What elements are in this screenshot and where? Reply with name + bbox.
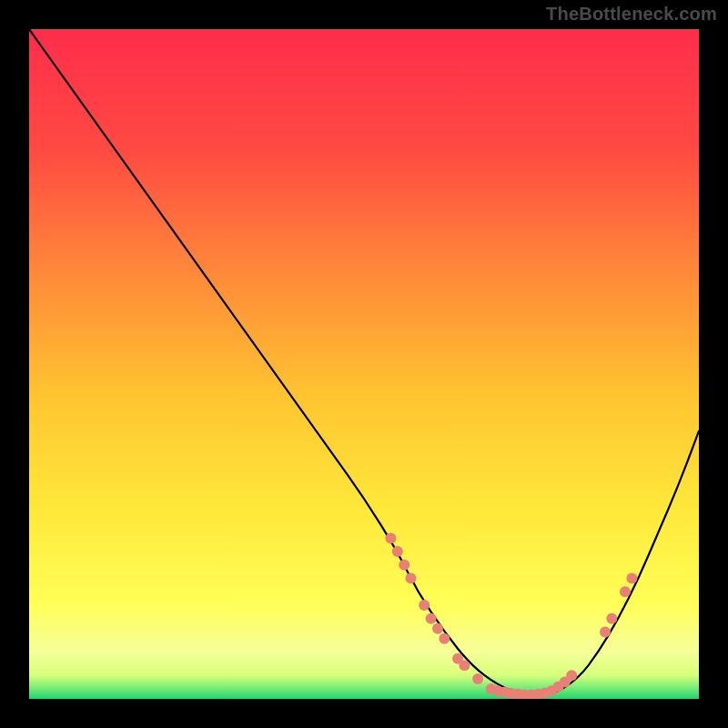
highlight-point: [600, 626, 611, 637]
chart-frame: TheBottleneck.com: [0, 0, 728, 728]
gradient-background: [29, 29, 699, 699]
plot-area: [29, 29, 699, 699]
highlight-point: [606, 613, 617, 624]
highlight-point: [620, 586, 631, 597]
highlight-point: [439, 633, 450, 644]
highlight-point: [472, 673, 483, 684]
highlight-point: [432, 623, 443, 634]
highlight-point: [392, 546, 403, 557]
highlight-point: [406, 573, 417, 584]
watermark-text: TheBottleneck.com: [546, 4, 717, 25]
chart-svg: [29, 29, 699, 699]
highlight-point: [566, 670, 577, 681]
highlight-point: [426, 613, 437, 624]
highlight-point: [399, 560, 410, 571]
highlight-point: [626, 573, 637, 584]
highlight-point: [419, 600, 430, 611]
highlight-point: [385, 532, 396, 543]
highlight-point: [459, 660, 470, 671]
